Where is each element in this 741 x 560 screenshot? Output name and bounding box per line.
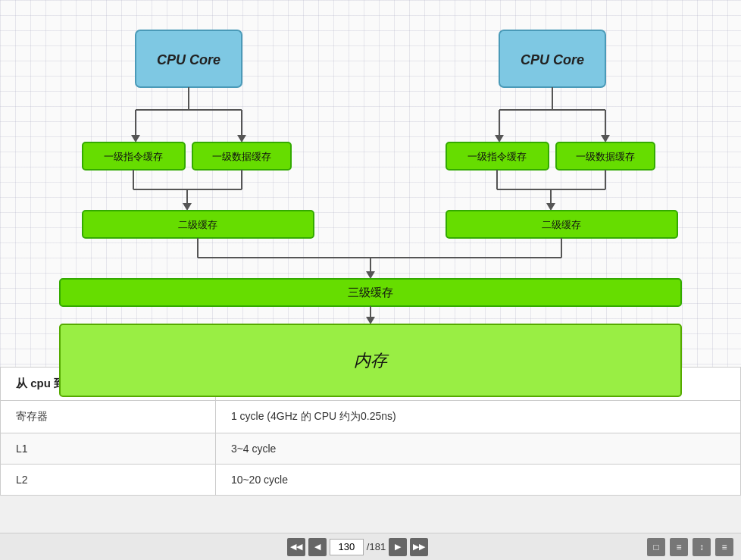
prev-page-button[interactable]: ◀	[308, 538, 327, 556]
svg-marker-7	[237, 135, 246, 142]
l2-1-label: 二级缓存	[178, 219, 217, 230]
total-pages: /181	[367, 541, 386, 552]
svg-marker-5	[131, 135, 140, 142]
table-row: 寄存器 1 cycle (4GHz 的 CPU 约为0.25ns)	[1, 401, 741, 433]
l1-instruction-2-label: 一级指令缓存	[467, 151, 527, 162]
svg-marker-34	[366, 271, 375, 279]
table-cell: 10~20 cycle	[215, 465, 740, 496]
table-cell: L2	[1, 465, 216, 496]
toolbar-icon-1[interactable]: □	[647, 538, 665, 556]
toolbar-icon-4[interactable]: ≡	[715, 538, 733, 556]
table-cell: 1 cycle (4GHz 的 CPU 约为0.25ns)	[215, 401, 740, 433]
bottom-toolbar: ◀◀ ◀ /181 ▶ ▶▶ □ ≡ ↕ ≡	[0, 533, 741, 560]
svg-marker-28	[546, 203, 555, 211]
toolbar-icon-3[interactable]: ↕	[693, 538, 711, 556]
page-navigation: ◀◀ ◀ /181 ▶ ▶▶	[287, 538, 428, 556]
svg-marker-19	[495, 135, 504, 142]
table-cell: L1	[1, 433, 216, 465]
l1-instruction-1-label: 一级指令缓存	[104, 151, 163, 162]
table-cell: 寄存器	[1, 401, 216, 433]
table-row: L1 3~4 cycle	[1, 433, 741, 465]
first-page-button[interactable]: ◀◀	[287, 538, 305, 556]
memory-label: 内存	[354, 351, 389, 370]
diagram-canvas: CPU Core CPU Core 一级指令缓存 一级数	[60, 15, 681, 344]
diagram-area: CPU Core CPU Core 一级指令缓存 一级数	[0, 0, 741, 367]
architecture-diagram: CPU Core CPU Core 一级指令缓存 一级数	[60, 23, 681, 341]
l3-label: 三级缓存	[348, 286, 393, 299]
svg-marker-14	[183, 203, 192, 211]
next-page-button[interactable]: ▶	[389, 538, 407, 556]
svg-marker-21	[601, 135, 610, 142]
table-row: L2 10~20 cycle	[1, 465, 741, 496]
main-container: CPU Core CPU Core 一级指令缓存 一级数	[0, 0, 741, 496]
l1-data-2-label: 一级数据缓存	[576, 151, 635, 162]
l2-2-label: 二级缓存	[542, 219, 581, 230]
toolbar-icons-right: □ ≡ ↕ ≡	[647, 538, 733, 556]
last-page-button[interactable]: ▶▶	[410, 538, 428, 556]
cpu-core-2-label: CPU Core	[521, 52, 584, 67]
table-cell: 3~4 cycle	[215, 433, 740, 465]
page-number-input[interactable]	[330, 539, 364, 555]
toolbar-icon-2[interactable]: ≡	[670, 538, 688, 556]
cpu-core-1-label: CPU Core	[157, 52, 220, 67]
l1-data-1-label: 一级数据缓存	[212, 151, 271, 162]
svg-marker-37	[366, 317, 375, 324]
